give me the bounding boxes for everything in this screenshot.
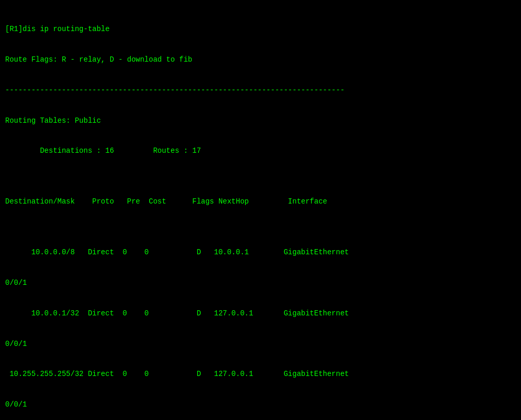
column-header: Destination/Mask Proto Pre Cost Flags Ne… <box>5 197 516 207</box>
route-10-255-line2: 0/0/1 <box>5 400 516 410</box>
flags-line: Route Flags: R - relay, D - download to … <box>5 55 516 65</box>
route-10-0-0-0-line2: 0/0/1 <box>5 278 516 288</box>
route-10-0-0-1-line1: 10.0.0.1/32 Direct 0 0 D 127.0.0.1 Gigab… <box>5 309 516 319</box>
terminal-output: [R1]dis ip routing-table Route Flags: R … <box>5 4 516 420</box>
routing-tables-line: Routing Tables: Public <box>5 116 516 126</box>
route-10-0-0-1-line2: 0/0/1 <box>5 339 516 350</box>
divider-line: ----------------------------------------… <box>5 85 516 96</box>
route-10-255-line1: 10.255.255.255/32 Direct 0 0 D 127.0.0.1… <box>5 369 516 380</box>
command-line: [R1]dis ip routing-table <box>5 24 516 35</box>
route-10-0-0-0-line1: 10.0.0.0/8 Direct 0 0 D 10.0.0.1 Gigabit… <box>5 248 516 258</box>
destinations-line: Destinations : 16 Routes : 17 <box>5 146 516 156</box>
